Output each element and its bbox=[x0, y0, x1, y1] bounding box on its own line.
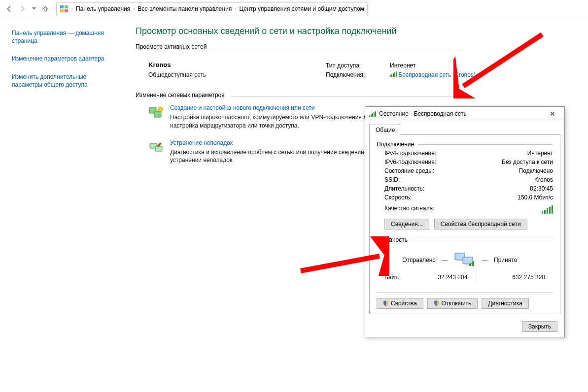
svg-rect-1 bbox=[65, 5, 68, 8]
details-button[interactable]: Сведения... bbox=[384, 219, 429, 229]
activity-computers-icon bbox=[454, 250, 476, 270]
svg-rect-12 bbox=[470, 263, 471, 266]
signal-quality-icon bbox=[542, 205, 553, 214]
signal-quality-label: Качество сигнала: bbox=[384, 205, 434, 214]
troubleshoot-link[interactable]: Устранение неполадок bbox=[170, 139, 233, 146]
shield-icon bbox=[434, 300, 440, 306]
new-connection-link[interactable]: Создание и настройка нового подключения … bbox=[170, 104, 315, 111]
page-title: Просмотр основных сведений о сети и наст… bbox=[136, 26, 588, 36]
wifi-signal-icon bbox=[369, 111, 376, 117]
sidebar-home-link[interactable]: Панель управления — домашняя страница bbox=[12, 29, 114, 45]
new-connection-desc: Настройка широкополосного, коммутируемог… bbox=[170, 113, 395, 129]
ipv4-value: Интернет bbox=[527, 150, 553, 157]
dialog-close-button[interactable]: ✕ bbox=[545, 107, 560, 121]
connection-link[interactable]: Беспроводная сеть (Kronos) bbox=[398, 71, 476, 78]
bytes-label: Байт: bbox=[384, 274, 399, 283]
network-type: Общедоступная сеть bbox=[148, 71, 326, 78]
breadcrumb-root[interactable]: Панель управления bbox=[76, 5, 130, 12]
svg-rect-5 bbox=[154, 111, 161, 117]
svg-rect-8 bbox=[155, 146, 162, 151]
sidebar-advanced-link[interactable]: Изменить дополнительные параметры общего… bbox=[12, 73, 114, 89]
toolbar: › Панель управления › Все элементы панел… bbox=[0, 0, 588, 18]
forward-button[interactable] bbox=[17, 3, 29, 15]
close-button[interactable]: Закрыть bbox=[522, 321, 557, 332]
received-label: Принято bbox=[494, 257, 548, 263]
change-settings-heading: Изменение сетевых параметров bbox=[136, 92, 225, 98]
ssid-value: Kronos bbox=[534, 176, 553, 183]
svg-rect-14 bbox=[473, 261, 474, 266]
up-button[interactable] bbox=[39, 3, 51, 15]
new-connection-icon bbox=[148, 104, 164, 120]
svg-rect-3 bbox=[65, 9, 68, 12]
diagnose-button[interactable]: Диагностика bbox=[482, 298, 529, 309]
svg-rect-11 bbox=[469, 264, 470, 266]
svg-rect-10 bbox=[463, 257, 473, 264]
ipv6-label: IPv6-подключение: bbox=[384, 159, 436, 165]
ipv4-label: IPv4-подключение: bbox=[384, 150, 436, 157]
speed-value: 150.0 Мбит/с bbox=[518, 194, 553, 201]
sidebar: Панель управления — домашняя страница Из… bbox=[0, 18, 126, 392]
breadcrumb-mid[interactable]: Все элементы панели управления bbox=[138, 5, 232, 12]
troubleshoot-icon bbox=[148, 139, 164, 155]
control-panel-icon bbox=[60, 4, 69, 13]
network-name: Kronos bbox=[148, 61, 326, 68]
svg-point-6 bbox=[158, 107, 163, 112]
dialog-title: Состояние - Беспроводная сеть bbox=[379, 110, 467, 117]
group-activity-label: Активность bbox=[377, 236, 408, 243]
access-type-value: Интернет bbox=[390, 61, 415, 70]
wireless-props-button[interactable]: Свойства беспроводной сети bbox=[434, 219, 527, 229]
wifi-signal-icon bbox=[390, 71, 397, 77]
bytes-sent-value: 32 243 204 bbox=[408, 274, 467, 283]
speed-label: Скорость: bbox=[384, 194, 412, 201]
history-dropdown[interactable] bbox=[31, 3, 37, 15]
active-networks-heading: Просмотр активных сетей bbox=[136, 43, 207, 50]
ssid-label: SSID: bbox=[384, 176, 400, 183]
sent-label: Отправлено bbox=[381, 257, 436, 263]
svg-rect-0 bbox=[60, 5, 64, 8]
tab-general[interactable]: Общие bbox=[369, 125, 401, 135]
media-state-label: Состояние среды: bbox=[384, 167, 434, 174]
access-type-label: Тип доступа: bbox=[326, 61, 375, 70]
sidebar-adapter-link[interactable]: Изменение параметров адаптера bbox=[12, 55, 114, 63]
bytes-recv-value: 632 275 320 bbox=[486, 274, 545, 283]
wifi-status-dialog: Состояние - Беспроводная сеть ✕ Общие По… bbox=[365, 106, 565, 337]
back-button[interactable] bbox=[3, 3, 15, 15]
media-state-value: Подключено bbox=[519, 167, 553, 174]
properties-button[interactable]: Свойства bbox=[377, 298, 423, 309]
connections-label: Подключения: bbox=[326, 70, 375, 80]
duration-value: 02:30:45 bbox=[530, 185, 553, 192]
svg-rect-13 bbox=[472, 262, 473, 266]
svg-rect-2 bbox=[60, 9, 64, 12]
breadcrumb[interactable]: › Панель управления › Все элементы панел… bbox=[56, 2, 368, 15]
duration-label: Длительность: bbox=[384, 185, 424, 192]
ipv6-value: Без доступа к сети bbox=[502, 159, 553, 165]
breadcrumb-leaf[interactable]: Центр управления сетями и общим доступом bbox=[239, 5, 364, 12]
group-connection-label: Подключение bbox=[377, 141, 414, 148]
shield-icon bbox=[383, 300, 389, 306]
troubleshoot-desc: Диагностика и исправление проблем с сеть… bbox=[170, 148, 395, 164]
disconnect-button[interactable]: Отключить bbox=[427, 298, 478, 309]
